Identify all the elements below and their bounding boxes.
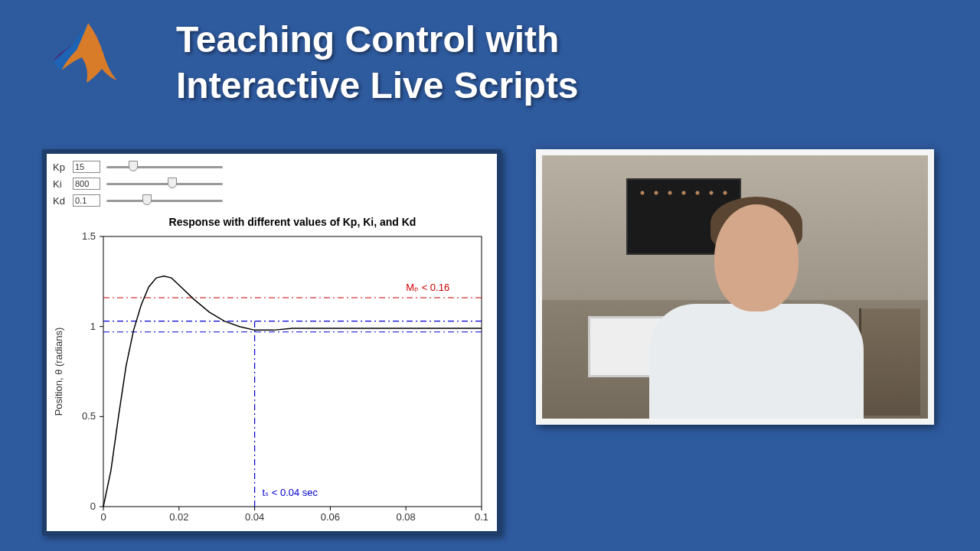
- slider-thumb-kp[interactable]: [129, 161, 138, 171]
- response-plot: 00.020.040.060.080.100.511.5Response wit…: [47, 214, 497, 531]
- svg-text:0: 0: [90, 500, 96, 512]
- slider-label-kd: Kd: [53, 195, 70, 207]
- slider-value-ki[interactable]: [73, 178, 100, 190]
- svg-text:tₛ < 0.04 sec: tₛ < 0.04 sec: [262, 487, 318, 498]
- slider-track-kd[interactable]: [103, 194, 226, 207]
- svg-text:Position, θ (radians): Position, θ (radians): [53, 328, 64, 416]
- svg-text:Response with different values: Response with different values of Kp, Ki…: [169, 216, 416, 228]
- slider-value-kd[interactable]: [73, 194, 100, 207]
- chart-panel: Kp Ki Kd 00.020.040.060.080.100.511.5Res…: [42, 149, 501, 536]
- slider-thumb-kd[interactable]: [142, 194, 152, 205]
- slider-label-ki: Ki: [53, 178, 70, 190]
- slider-kd: Kd: [53, 192, 226, 209]
- svg-text:0.1: 0.1: [475, 511, 488, 523]
- presenter-video: [536, 149, 934, 425]
- svg-text:0: 0: [100, 511, 106, 523]
- svg-text:0.08: 0.08: [397, 511, 416, 523]
- slider-ki: Ki: [53, 175, 226, 192]
- slider-group: Kp Ki Kd: [53, 158, 226, 209]
- page-title: Teaching Control with Interactive Live S…: [176, 17, 579, 109]
- slider-label-kp: Kp: [53, 161, 70, 173]
- slider-thumb-ki[interactable]: [168, 178, 177, 188]
- svg-text:1.5: 1.5: [82, 230, 96, 242]
- svg-text:0.06: 0.06: [321, 511, 340, 523]
- slider-kp: Kp: [53, 158, 226, 175]
- matlab-logo-icon: [46, 15, 130, 92]
- slider-value-kp[interactable]: [73, 161, 100, 173]
- slider-track-ki[interactable]: [103, 178, 226, 190]
- svg-text:0.02: 0.02: [169, 511, 188, 523]
- slider-track-kp[interactable]: [103, 161, 226, 173]
- svg-text:Mₚ < 0.16: Mₚ < 0.16: [406, 282, 449, 293]
- svg-text:1: 1: [90, 321, 96, 332]
- svg-text:0.5: 0.5: [82, 410, 96, 422]
- svg-text:0.04: 0.04: [245, 511, 264, 523]
